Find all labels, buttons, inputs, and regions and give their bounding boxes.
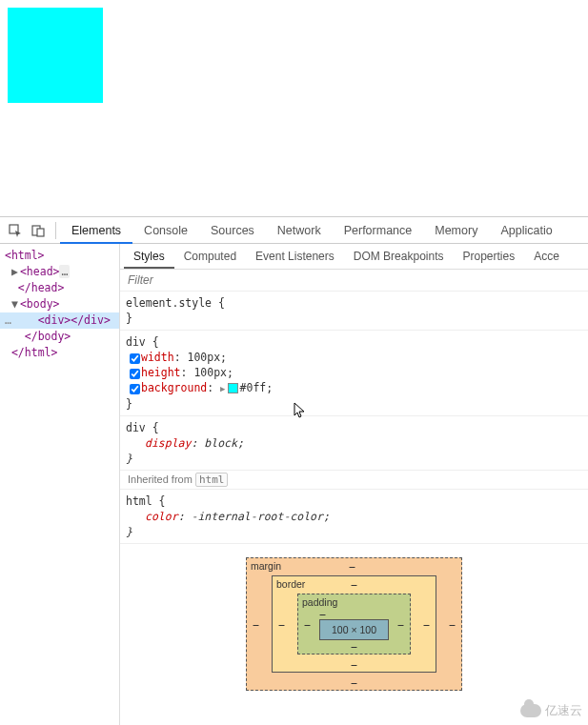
caret-icon[interactable]: ▶ — [11, 264, 20, 280]
device-toggle-icon[interactable] — [29, 221, 48, 240]
inspect-icon[interactable] — [6, 221, 25, 240]
devtools-tabbar: Elements Console Sources Network Perform… — [0, 217, 588, 244]
devtools-panel: Elements Console Sources Network Perform… — [0, 216, 588, 725]
dom-html-open[interactable]: <html> — [5, 249, 45, 262]
svg-rect-2 — [37, 229, 44, 236]
box-model-diagram[interactable]: margin ‒ ‒ ‒ ‒ border ‒ ‒ ‒ ‒ — [120, 544, 588, 700]
dom-body-close: </body> — [25, 330, 71, 343]
dom-head-open[interactable]: <head> — [20, 265, 60, 278]
tab-network[interactable]: Network — [266, 217, 333, 244]
caret-down-icon[interactable]: ▼ — [11, 296, 20, 312]
dom-html-close: </html> — [11, 346, 57, 359]
rule-div-ua[interactable]: div { display: block; } — [120, 416, 588, 471]
rule-element-style[interactable]: element.style { } — [120, 292, 588, 331]
subtab-accessibility[interactable]: Acce — [524, 244, 569, 269]
divider — [55, 222, 56, 239]
prop-toggle-width[interactable] — [130, 353, 140, 364]
styles-filter-input[interactable] — [120, 270, 588, 291]
dom-head-close: </head> — [18, 281, 64, 294]
color-swatch-icon[interactable] — [228, 383, 238, 393]
tab-elements[interactable]: Elements — [60, 217, 132, 244]
tab-console[interactable]: Console — [132, 217, 199, 244]
prop-toggle-background[interactable] — [130, 384, 140, 394]
rule-html-ua[interactable]: html { color: -internal-root-color; } — [120, 490, 588, 544]
subtab-event-listeners[interactable]: Event Listeners — [246, 244, 344, 269]
bm-border-label: border — [276, 578, 305, 590]
page-viewport — [0, 0, 588, 216]
cloud-icon — [520, 704, 541, 717]
watermark: 亿速云 — [520, 702, 582, 719]
rendered-div — [8, 8, 103, 103]
inherited-tag-link[interactable]: html — [195, 473, 229, 487]
tab-memory[interactable]: Memory — [423, 217, 489, 244]
prop-toggle-height[interactable] — [130, 369, 140, 379]
tab-application[interactable]: Applicatio — [489, 217, 563, 244]
bm-margin-label: margin — [251, 560, 281, 572]
dom-selected-node[interactable]: … <div></div> — [0, 312, 119, 329]
subtab-dom-breakpoints[interactable]: DOM Breakpoints — [344, 244, 454, 269]
dom-tree[interactable]: <html> ▶<head>… </head> ▼<body> … <div><… — [0, 244, 120, 725]
bm-padding-label: padding — [302, 596, 337, 608]
css-rules-list: element.style { } div { width: 100px; he… — [120, 292, 588, 725]
subtab-computed[interactable]: Computed — [174, 244, 246, 269]
bm-content-size: 100 × 100 — [319, 619, 389, 640]
subtab-properties[interactable]: Properties — [453, 244, 524, 269]
dom-body-open[interactable]: <body> — [20, 297, 60, 311]
tab-performance[interactable]: Performance — [333, 217, 424, 244]
tab-sources[interactable]: Sources — [199, 217, 266, 244]
inherited-from-row: Inherited from html — [120, 471, 588, 490]
rule-div-author[interactable]: div { width: 100px; height: 100px; backg… — [120, 331, 588, 416]
styles-sub-tabbar: Styles Computed Event Listeners DOM Brea… — [120, 244, 588, 270]
expand-icon[interactable]: ▶ — [220, 381, 225, 396]
dom-head-ellipsis: … — [59, 265, 70, 278]
subtab-styles[interactable]: Styles — [124, 244, 174, 269]
